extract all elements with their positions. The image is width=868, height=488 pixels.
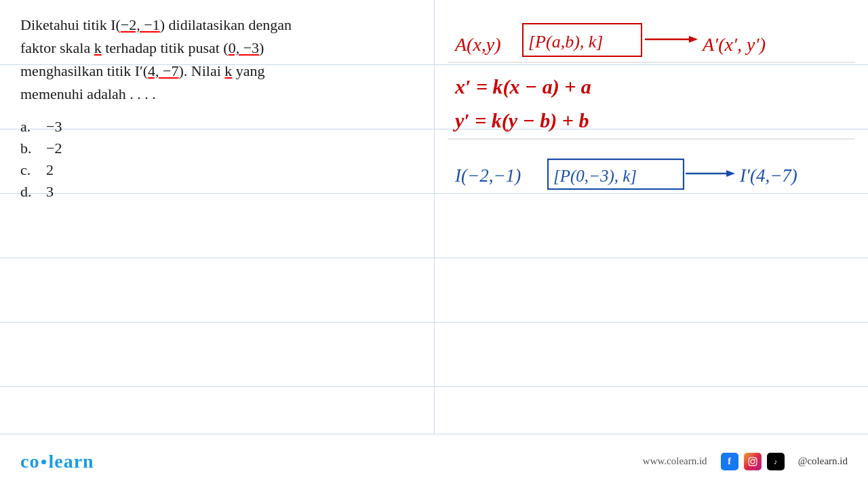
choice-c: c. 2 (20, 161, 414, 179)
instagram-icon (744, 453, 762, 470)
i-prime-coords: 4, −7 (148, 62, 178, 79)
svg-point-17 (751, 460, 755, 464)
website-url: www.colearn.id (643, 455, 707, 467)
solution-panel: A(x,y) [P(a,b), k] A′(x′, y′) x′ = k(x −… (434, 0, 868, 434)
question-text: Diketahui titik I(−2, −1) didilatasikan … (20, 14, 414, 106)
choice-c-label: c. (20, 161, 39, 179)
p-coords: 0, −3 (229, 39, 259, 56)
social-icons: f ♪ (721, 453, 785, 470)
choice-b-value: −2 (46, 140, 62, 157)
i-coords: −2, −1 (121, 16, 160, 33)
svg-text:A(x,y): A(x,y) (454, 34, 501, 55)
svg-marker-14 (726, 170, 735, 177)
svg-text:I(−2,−1): I(−2,−1) (454, 165, 521, 186)
k-label: k (94, 39, 102, 56)
choice-b: b. −2 (20, 140, 414, 157)
choice-b-label: b. (20, 140, 39, 157)
choice-d-value: 3 (46, 183, 54, 201)
choice-d-label: d. (20, 183, 39, 201)
logo-dot (41, 460, 46, 464)
footer: colearn www.colearn.id f ♪ @colearn.id (0, 434, 868, 488)
svg-marker-4 (689, 36, 698, 43)
solution-svg: A(x,y) [P(a,b), k] A′(x′, y′) x′ = k(x −… (448, 14, 855, 210)
svg-rect-16 (749, 458, 757, 466)
choice-a-label: a. (20, 118, 39, 136)
choice-c-value: 2 (46, 161, 54, 179)
svg-text:x′ = k(x − a) + a: x′ = k(x − a) + a (454, 75, 591, 98)
svg-text:A′(x′, y′): A′(x′, y′) (701, 34, 766, 55)
svg-point-18 (754, 458, 755, 460)
svg-text:y′ = k(y − b) + b: y′ = k(y − b) + b (453, 109, 589, 132)
footer-right: www.colearn.id f ♪ @colearn.id (643, 453, 848, 470)
svg-text:I′(4,−7): I′(4,−7) (739, 165, 797, 186)
choices-list: a. −3 b. −2 c. 2 d. 3 (20, 118, 414, 201)
choice-a: a. −3 (20, 118, 414, 136)
facebook-icon: f (721, 453, 738, 470)
question-panel: Diketahui titik I(−2, −1) didilatasikan … (0, 0, 434, 434)
logo: colearn (20, 451, 94, 472)
k-label2: k (224, 62, 232, 79)
main-content: Diketahui titik I(−2, −1) didilatasikan … (0, 0, 868, 434)
social-handle: @colearn.id (798, 455, 848, 467)
svg-text:[P(a,b), k]: [P(a,b), k] (528, 32, 603, 52)
choice-d: d. 3 (20, 183, 414, 201)
tiktok-icon: ♪ (767, 453, 785, 470)
choice-a-value: −3 (46, 118, 62, 136)
svg-text:[P(0,−3), k]: [P(0,−3), k] (553, 167, 637, 186)
